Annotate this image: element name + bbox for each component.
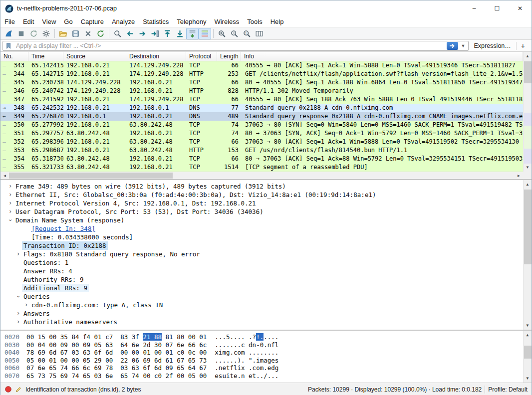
filter-add-button[interactable]: +	[516, 42, 530, 50]
filter-text-input[interactable]	[14, 42, 447, 49]
packet-row-354[interactable]: –35465.31873063.80.242.48192.168.0.21TCP…	[0, 155, 523, 163]
hex-row-0020[interactable]: 002000 15 00 35 84 f4 01 c7 83 3f 21 88 …	[4, 333, 523, 341]
hex-ascii[interactable]: ......). ".images	[215, 357, 278, 365]
column-header-time[interactable]: Time	[28, 52, 63, 61]
detail-row-4[interactable]: ›Domain Name System (response)	[0, 216, 523, 224]
detail-row-14[interactable]: ›cdn-0.nflximg.com: type A, class IN	[0, 301, 523, 309]
hex-ascii[interactable]: ximg.com ........	[215, 349, 278, 357]
maximize-button[interactable]: ☐	[486, 0, 509, 16]
hex-row-0040[interactable]: 004078 69 6d 67 03 63 6f 6d 00 00 01 00 …	[4, 349, 523, 357]
detail-row-10[interactable]: Answer RRs: 4	[0, 267, 523, 275]
menu-statistics[interactable]: Statistics	[139, 17, 173, 26]
capture-comment-icon[interactable]	[15, 386, 22, 393]
scroll-thumb[interactable]	[524, 346, 532, 359]
packet-row-343[interactable]: –34365.142415192.168.0.21174.129.249.228…	[0, 61, 523, 70]
details-vscrollbar[interactable]: ▲ ▼	[523, 180, 532, 330]
scroll-down-icon[interactable]: ▼	[524, 374, 532, 383]
bytes-vscrollbar[interactable]: ▲ ▼	[523, 331, 532, 383]
hex-ascii[interactable]: .netflix .com.edg	[215, 364, 278, 372]
menu-telephony[interactable]: Telephony	[173, 17, 210, 26]
column-header-no[interactable]: No.	[0, 52, 28, 61]
go-to-packet-button[interactable]	[149, 28, 161, 39]
menu-go[interactable]: Go	[60, 17, 76, 26]
display-filter-field[interactable]: ▼	[2, 41, 469, 51]
menu-analyze[interactable]: Analyze	[108, 17, 139, 26]
packet-row-352[interactable]: –35265.298396192.168.0.2163.80.242.48TCP…	[0, 138, 523, 146]
hex-bytes[interactable]: 65 73 75 69 74 65 03 6e 65 74 00 c0 2f 0…	[26, 372, 207, 380]
find-packet-button[interactable]	[111, 28, 124, 39]
reload-file-button[interactable]	[94, 28, 107, 39]
hex-ascii[interactable]: ...5.... .?!.....	[215, 333, 278, 341]
expand-arrow-icon[interactable]: ›	[6, 216, 14, 224]
auto-scroll-button[interactable]	[186, 28, 199, 39]
detail-row-0[interactable]: ›Frame 349: 489 bytes on wire (3912 bits…	[0, 182, 523, 191]
go-back-button[interactable]	[124, 28, 136, 39]
menu-capture[interactable]: Capture	[77, 17, 108, 26]
go-last-button[interactable]	[174, 28, 186, 39]
restart-capture-button[interactable]	[27, 28, 40, 39]
minimize-button[interactable]: –	[463, 0, 486, 16]
zoom-in-button[interactable]	[216, 28, 228, 39]
save-file-button[interactable]	[69, 28, 82, 39]
expand-arrow-icon[interactable]: ›	[6, 207, 14, 216]
expand-arrow-icon[interactable]: ›	[14, 250, 22, 258]
scroll-up-icon[interactable]: ▲	[524, 52, 532, 60]
detail-row-1[interactable]: ›Ethernet II, Src: Globalsc_00:3b:0a (f0…	[0, 191, 523, 199]
detail-row-8[interactable]: ›Flags: 0x8180 Standard query response, …	[0, 250, 523, 258]
menu-view[interactable]: View	[38, 17, 60, 26]
packet-row-346[interactable]: –34665.240742174.129.249.228192.168.0.21…	[0, 87, 523, 95]
column-header-protocol[interactable]: Protocol	[186, 52, 217, 61]
stop-capture-button[interactable]	[15, 28, 27, 39]
detail-row-15[interactable]: ›Answers	[0, 309, 523, 318]
open-file-button[interactable]	[57, 28, 69, 39]
column-header-info[interactable]: Info	[241, 52, 523, 61]
packet-row-353[interactable]: –35365.298687192.168.0.2163.80.242.48HTT…	[0, 146, 523, 155]
detail-row-5[interactable]: [Request In: 348]	[0, 224, 523, 233]
menu-edit[interactable]: Edit	[19, 17, 38, 26]
filter-apply-button[interactable]	[447, 42, 458, 50]
filter-bookmark-icon[interactable]	[4, 42, 14, 49]
detail-row-12[interactable]: Additional RRs: 9	[0, 284, 523, 292]
close-button[interactable]: ✕	[509, 0, 532, 16]
detail-row-11[interactable]: Authority RRs: 9	[0, 275, 523, 284]
hex-bytes[interactable]: 07 6e 65 74 66 6c 69 78 03 63 6f 6d 09 6…	[26, 364, 207, 372]
scroll-down-icon[interactable]: ▼	[524, 163, 532, 172]
packet-row-345[interactable]: –34565.230738174.129.249.228192.168.0.21…	[0, 78, 523, 87]
filter-dropdown-icon[interactable]: ▼	[459, 43, 468, 48]
detail-row-2[interactable]: ›Internet Protocol Version 4, Src: 192.1…	[0, 199, 523, 207]
packet-list-vscrollbar[interactable]: ▲ ▼	[523, 52, 532, 172]
hex-bytes[interactable]: 78 69 6d 67 03 63 6f 6d 00 00 01 00 01 c…	[26, 349, 207, 357]
resize-columns-button[interactable]	[253, 28, 266, 39]
profile-selector[interactable]: Profile: Default	[488, 386, 528, 393]
start-capture-button[interactable]	[2, 28, 15, 39]
scroll-right-icon[interactable]: ►	[515, 172, 523, 179]
packet-row-351[interactable]: –35165.29775763.80.242.48192.168.0.21TCP…	[0, 129, 523, 138]
packet-row-349[interactable]: ←34965.276870192.168.0.1192.168.0.21DNS4…	[0, 112, 523, 121]
detail-row-7[interactable]: Transaction ID: 0x2188	[0, 241, 523, 250]
menu-help[interactable]: Help	[266, 17, 288, 26]
scroll-down-icon[interactable]: ▼	[524, 321, 532, 330]
hex-row-0030[interactable]: 003000 04 00 09 00 09 05 63 64 6e 2d 30 …	[4, 341, 523, 349]
detail-row-6[interactable]: [Time: 0.034338000 seconds]	[0, 233, 523, 241]
close-file-button[interactable]	[82, 28, 94, 39]
packet-row-347[interactable]: –34765.241592192.168.0.21174.129.249.228…	[0, 95, 523, 104]
packet-row-355[interactable]: –35565.32173363.80.242.48192.168.0.21TCP…	[0, 163, 523, 172]
hscroll-thumb[interactable]	[9, 173, 173, 179]
go-first-button[interactable]	[161, 28, 174, 39]
scroll-thumb[interactable]	[524, 190, 532, 264]
expert-info-icon[interactable]	[4, 386, 12, 393]
detail-row-16[interactable]: ›Authoritative nameservers	[0, 318, 523, 326]
expand-arrow-icon[interactable]: ›	[14, 309, 22, 318]
scroll-up-icon[interactable]: ▲	[524, 180, 532, 189]
zoom-out-button[interactable]	[228, 28, 241, 39]
column-header-destination[interactable]: Destination	[126, 52, 186, 61]
expand-arrow-icon[interactable]: ›	[6, 191, 14, 199]
hex-row-0070[interactable]: 007065 73 75 69 74 65 03 6e 65 74 00 c0 …	[4, 372, 523, 380]
detail-row-3[interactable]: ›User Datagram Protocol, Src Port: 53 (5…	[0, 207, 523, 216]
expand-arrow-icon[interactable]: ›	[6, 182, 14, 191]
menu-tools[interactable]: Tools	[243, 17, 266, 26]
go-forward-button[interactable]	[136, 28, 149, 39]
hex-bytes[interactable]: 00 04 00 09 00 09 05 63 64 6e 2d 30 07 6…	[26, 341, 207, 349]
hex-ascii[interactable]: .......c dn-0.nfl	[215, 341, 278, 349]
packet-row-344[interactable]: –34465.142715192.168.0.21174.129.249.228…	[0, 70, 523, 78]
